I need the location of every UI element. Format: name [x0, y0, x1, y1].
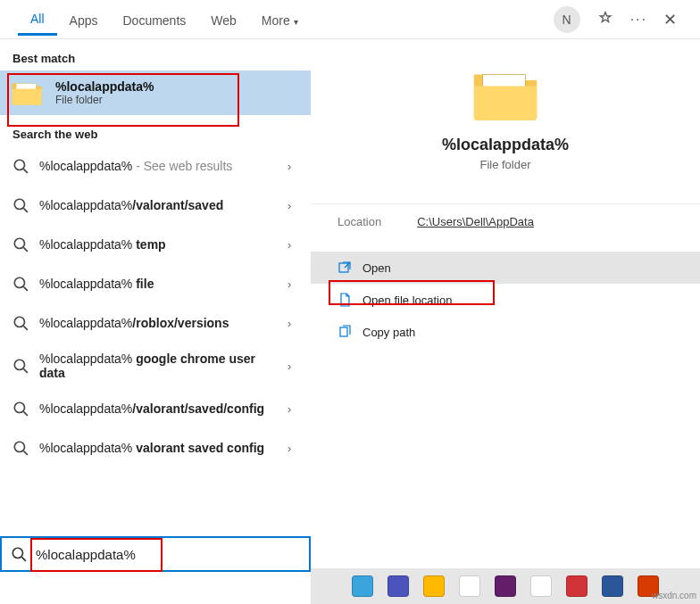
location-row: Location C:\Users\Dell\AppData [311, 203, 700, 239]
result-item[interactable]: %localappdata% - See web results› [0, 146, 311, 186]
search-tabs: All Apps Documents Web More▾ N ··· ✕ [0, 0, 700, 39]
chevron-right-icon[interactable]: › [288, 277, 298, 291]
result-item[interactable]: %localappdata%/valorant/saved/config› [0, 389, 311, 428]
search-icon [12, 236, 29, 252]
result-text: %localappdata% temp [39, 237, 277, 252]
chevron-right-icon[interactable]: › [288, 402, 298, 416]
taskbar-teams-icon[interactable] [388, 575, 409, 597]
svg-point-1 [14, 160, 24, 170]
svg-point-2 [14, 199, 24, 209]
svg-rect-10 [339, 263, 348, 272]
search-icon [12, 440, 29, 456]
preview-subtitle: File folder [479, 158, 530, 171]
svg-point-8 [14, 442, 24, 451]
taskbar-chrome-icon[interactable] [459, 575, 480, 597]
reward-icon[interactable] [596, 11, 614, 29]
action-open-label: Open [362, 261, 391, 275]
preview-panel: %localappdata% File folder Location C:\U… [311, 39, 700, 571]
taskbar-word-icon[interactable] [602, 575, 623, 597]
search-icon [12, 276, 29, 292]
result-text: %localappdata% - See web results [39, 159, 277, 173]
result-item[interactable]: %localappdata% temp› [0, 225, 311, 264]
action-copy-path[interactable]: Copy path [311, 316, 700, 348]
result-text: %localappdata%/valorant/saved [39, 198, 277, 212]
search-icon [12, 358, 29, 374]
result-item[interactable]: %localappdata%/valorant/saved› [0, 186, 311, 225]
location-label: Location [338, 215, 381, 228]
action-open[interactable]: Open [311, 252, 700, 284]
close-icon[interactable]: ✕ [663, 10, 677, 29]
tab-all[interactable]: All [18, 3, 57, 36]
result-text: %localappdata% valorant saved config [39, 441, 277, 455]
taskbar-edge-icon[interactable] [352, 575, 373, 597]
result-item[interactable]: %localappdata% file› [0, 264, 311, 303]
result-text: %localappdata%/valorant/saved/config [39, 401, 277, 416]
svg-point-3 [14, 238, 24, 248]
folder-large-icon [470, 66, 541, 123]
search-input[interactable] [36, 547, 300, 562]
tab-web[interactable]: Web [198, 4, 249, 35]
tab-documents[interactable]: Documents [110, 4, 198, 35]
chevron-right-icon[interactable]: › [288, 360, 298, 373]
watermark: wsxdn.com [652, 591, 696, 600]
chevron-down-icon: ▾ [294, 17, 298, 27]
result-item[interactable]: %localappdata% google chrome user data› [0, 343, 311, 389]
chevron-right-icon[interactable]: › [288, 238, 298, 252]
svg-point-5 [14, 317, 24, 327]
result-text: %localappdata% google chrome user data [39, 352, 277, 380]
taskbar-slack-icon[interactable] [495, 575, 516, 597]
tab-apps[interactable]: Apps [57, 4, 111, 35]
best-match-title: %localappdata% [55, 79, 154, 94]
taskbar-tool-icon[interactable] [566, 575, 588, 597]
chevron-right-icon[interactable]: › [288, 317, 298, 330]
search-web-header: Search the web [0, 115, 311, 146]
open-icon [338, 261, 352, 275]
search-icon [12, 315, 29, 331]
taskbar-chrome2-icon[interactable] [530, 575, 552, 597]
svg-point-12 [12, 548, 22, 558]
chevron-right-icon[interactable]: › [288, 442, 298, 455]
avatar[interactable]: N [554, 6, 580, 33]
svg-point-6 [14, 360, 24, 369]
svg-rect-11 [340, 327, 347, 336]
chevron-right-icon[interactable]: › [288, 160, 298, 173]
search-icon [12, 401, 29, 417]
best-match-header: Best match [0, 39, 311, 70]
copy-icon [338, 325, 352, 339]
preview-title: %localappdata% [442, 136, 569, 154]
svg-point-4 [14, 277, 24, 287]
file-icon [338, 293, 352, 307]
chevron-right-icon[interactable]: › [288, 199, 298, 212]
best-match-item[interactable]: %localappdata% File folder [0, 70, 311, 115]
tab-more[interactable]: More▾ [249, 4, 311, 35]
location-value[interactable]: C:\Users\Dell\AppData [417, 215, 534, 228]
result-item[interactable]: %localappdata%/roblox/versions› [0, 303, 311, 343]
search-icon [12, 197, 29, 213]
svg-point-7 [14, 402, 24, 412]
action-open-location[interactable]: Open file location [311, 284, 700, 316]
result-text: %localappdata%/roblox/versions [39, 316, 277, 330]
taskbar [311, 568, 700, 604]
action-copy-path-label: Copy path [362, 326, 415, 339]
best-match-subtitle: File folder [55, 94, 154, 106]
search-icon [11, 546, 27, 562]
result-item[interactable]: %localappdata% valorant saved config› [0, 428, 311, 467]
result-text: %localappdata% file [39, 277, 277, 291]
taskbar-explorer-icon[interactable] [423, 575, 445, 597]
search-bar[interactable] [0, 536, 311, 572]
folder-icon [11, 79, 43, 106]
results-panel: Best match %localappdata% File folder Se… [0, 39, 311, 571]
search-icon [12, 158, 29, 174]
action-open-location-label: Open file location [362, 294, 452, 307]
more-options-icon[interactable]: ··· [630, 12, 647, 28]
